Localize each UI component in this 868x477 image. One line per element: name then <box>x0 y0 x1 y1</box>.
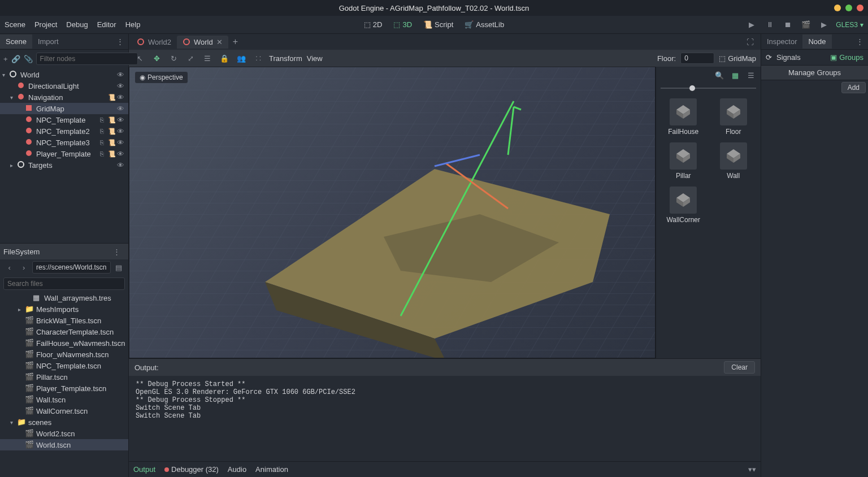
fs-item-scenes[interactable]: ▾ 📁 scenes <box>0 417 128 428</box>
tab-scene[interactable]: Scene <box>0 34 32 49</box>
fs-item-world2-tscn[interactable]: 🎬 World2.tscn <box>0 428 128 439</box>
scene-node-gridmap[interactable]: GridMap 👁 <box>0 103 128 114</box>
add-tab-button[interactable]: + <box>228 37 242 47</box>
play-scene-button[interactable]: 🎬 <box>800 19 812 31</box>
gridmap-item-failhouse[interactable]: FailHouse <box>659 96 708 138</box>
visibility-icon[interactable]: 👁 <box>117 105 126 113</box>
visibility-icon[interactable]: 👁 <box>117 93 126 102</box>
mode-3d[interactable]: ⬚ 3D <box>393 20 412 29</box>
scene-node-npc_template2[interactable]: NPC_Template2 ⎘📜 👁 <box>0 125 128 137</box>
menu-project[interactable]: Project <box>34 20 57 29</box>
menu-help[interactable]: Help <box>125 20 141 29</box>
tab-import[interactable]: Import <box>32 34 64 49</box>
scene-node-player_template[interactable]: Player_Template ⎘📜 👁 <box>0 148 128 159</box>
tab-inspector[interactable]: Inspector <box>761 34 802 49</box>
fs-forward-button[interactable]: › <box>18 261 31 274</box>
tab-output[interactable]: Output <box>133 465 155 474</box>
gm-zoom-slider[interactable] <box>661 86 756 90</box>
manage-groups-header[interactable]: Manage Groups <box>761 66 868 80</box>
view-menu[interactable]: View <box>307 54 323 63</box>
attach-script-button[interactable]: 📎 <box>24 53 33 65</box>
visibility-icon[interactable]: 👁 <box>117 127 126 136</box>
scene-node-navigation[interactable]: ▾ Navigation 📜 👁 <box>0 92 128 103</box>
gm-grid-view-icon[interactable]: ▦ <box>729 69 741 81</box>
editor-tab-world[interactable]: World ✕ <box>177 36 228 49</box>
play-custom-button[interactable]: ▶ <box>818 19 830 31</box>
fs-item-npc_template-tscn[interactable]: 🎬 NPC_Template.tscn <box>0 360 128 371</box>
mode-assetlib[interactable]: 🛒 AssetLib <box>465 20 504 29</box>
collapse-panel-icon[interactable]: ▾▾ <box>748 465 756 474</box>
minimize-button[interactable] <box>834 5 841 11</box>
add-group-button[interactable]: Add <box>841 82 866 93</box>
gridmap-item-wall[interactable]: Wall <box>710 140 758 182</box>
scene-node-directionallight[interactable]: DirectionalLight 👁 <box>0 80 128 92</box>
visibility-icon[interactable]: 👁 <box>117 150 126 158</box>
gm-search-icon[interactable]: 🔍 <box>713 69 726 81</box>
close-tab-icon[interactable]: ✕ <box>216 38 223 46</box>
fs-item-wallcorner-tscn[interactable]: 🎬 WallCorner.tscn <box>0 405 128 417</box>
fs-item-pillar-tscn[interactable]: 🎬 Pillar.tscn <box>0 371 128 383</box>
maximize-button[interactable] <box>845 5 852 11</box>
transform-menu[interactable]: Transform <box>269 54 302 63</box>
visibility-icon[interactable]: 👁 <box>117 138 126 147</box>
visibility-icon[interactable]: 👁 <box>117 116 126 124</box>
move-tool-icon[interactable]: ✥ <box>150 52 163 64</box>
visibility-icon[interactable]: 👁 <box>117 71 126 79</box>
instance-button[interactable]: 🔗 <box>11 53 20 65</box>
fs-item-floor_wnavmesh-tscn[interactable]: 🎬 Floor_wNavmesh.tscn <box>0 349 128 360</box>
right-dock-options-icon[interactable]: ⋮ <box>852 37 868 46</box>
3d-viewport[interactable]: ◉ Perspective <box>129 67 656 358</box>
gridmap-item-pillar[interactable]: Pillar <box>659 140 708 182</box>
menu-scene[interactable]: Scene <box>5 20 25 29</box>
perspective-badge[interactable]: ◉ Perspective <box>135 72 188 83</box>
fs-path-input[interactable]: res://scenes/World.tscn <box>32 261 111 274</box>
gridmap-item-wallcorner[interactable]: WallCorner <box>659 184 708 226</box>
tab-debugger[interactable]: Debugger (32) <box>164 465 219 474</box>
fs-item-brickwall_tiles-tscn[interactable]: 🎬 BrickWall_Tiles.tscn <box>0 315 128 326</box>
rotate-tool-icon[interactable]: ↻ <box>167 52 180 64</box>
close-button[interactable] <box>857 5 863 11</box>
fs-item-meshimports[interactable]: ▸ 📁 MeshImports <box>0 303 128 315</box>
tab-audio[interactable]: Audio <box>228 465 246 474</box>
signals-tab[interactable]: Signals <box>776 53 801 62</box>
fs-item-charactertemplate-tscn[interactable]: 🎬 CharacterTemplate.tscn <box>0 326 128 337</box>
dock-options-icon[interactable]: ⋮ <box>112 37 128 46</box>
editor-tab-world2[interactable]: World2 <box>131 36 177 49</box>
tab-animation[interactable]: Animation <box>255 465 288 474</box>
gridmap-menu[interactable]: ⬚ GridMap <box>719 54 756 63</box>
menu-debug[interactable]: Debug <box>66 20 88 29</box>
fs-item-world-tscn[interactable]: 🎬 World.tscn <box>0 439 128 450</box>
floor-input[interactable] <box>680 53 714 64</box>
clear-button[interactable]: Clear <box>724 361 755 374</box>
snap-tool-icon[interactable]: ⸬ <box>252 52 264 64</box>
tab-node[interactable]: Node <box>802 34 831 49</box>
fs-back-button[interactable]: ‹ <box>3 261 16 274</box>
fs-item-wall_arraymesh-tres[interactable]: ▦ Wall_arraymesh.tres <box>0 292 128 303</box>
fs-item-player_template-tscn[interactable]: 🎬 Player_Template.tscn <box>0 383 128 394</box>
fs-item-wall-tscn[interactable]: 🎬 Wall.tscn <box>0 394 128 405</box>
filter-nodes-input[interactable] <box>36 53 138 65</box>
stop-button[interactable]: ⏹ <box>782 19 794 31</box>
lock-tool-icon[interactable]: 🔒 <box>218 52 231 64</box>
distraction-free-icon[interactable]: ⛶ <box>742 38 758 46</box>
scene-node-targets[interactable]: ▸ Targets 👁 <box>0 159 128 171</box>
add-node-button[interactable]: + <box>3 53 8 65</box>
menu-editor[interactable]: Editor <box>97 20 116 29</box>
groups-tab[interactable]: ▣ Groups <box>830 53 863 62</box>
scene-node-npc_template3[interactable]: NPC_Template3 ⎘📜 👁 <box>0 137 128 148</box>
scene-node-npc_template[interactable]: NPC_Template ⎘📜 👁 <box>0 114 128 125</box>
visibility-icon[interactable]: 👁 <box>117 82 126 90</box>
scene-node-world[interactable]: ▾ World 👁 <box>0 69 128 80</box>
gm-list-view-icon[interactable]: ☰ <box>745 69 757 81</box>
mode-2d[interactable]: ⬚ 2D <box>364 20 383 29</box>
visibility-icon[interactable]: 👁 <box>117 161 126 170</box>
list-tool-icon[interactable]: ☰ <box>201 52 214 64</box>
output-log[interactable]: ** Debug Process Started ** OpenGL ES 3.… <box>129 376 761 461</box>
group-tool-icon[interactable]: 👥 <box>235 52 248 64</box>
fs-split-button[interactable]: ▤ <box>113 261 125 274</box>
fs-item-failhouse_wnavmesh-tscn[interactable]: 🎬 FailHouse_wNavmesh.tscn <box>0 337 128 349</box>
fs-options-icon[interactable]: ⋮ <box>108 248 125 256</box>
pause-button[interactable]: ⏸ <box>763 19 776 31</box>
fs-search-input[interactable] <box>3 277 125 290</box>
play-button[interactable]: ▶ <box>745 19 758 31</box>
